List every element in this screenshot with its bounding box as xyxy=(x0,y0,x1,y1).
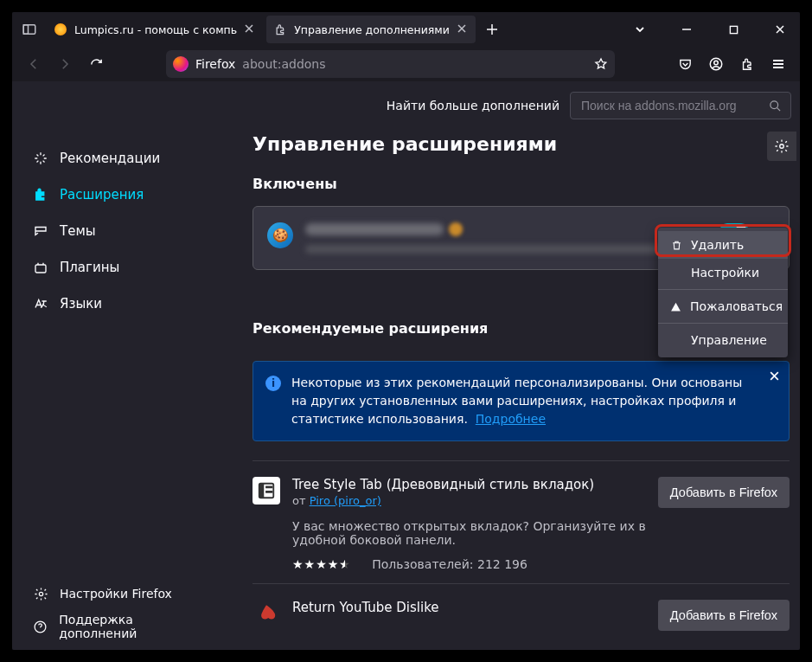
svg-rect-6 xyxy=(35,265,46,273)
tab-strip: Lumpics.ru - помощь с компь Управление д… xyxy=(47,16,505,43)
info-link[interactable]: Подробнее xyxy=(476,412,546,426)
svg-rect-0 xyxy=(23,25,35,35)
sidebar-label: Языки xyxy=(60,296,102,312)
sidebar-label: Рекомендации xyxy=(60,151,160,166)
reload-button[interactable] xyxy=(83,51,109,77)
urlbar-path: about:addons xyxy=(242,57,325,71)
back-button[interactable] xyxy=(21,51,47,77)
recommended-card: Tree Style Tab (Древовидный стиль вкладо… xyxy=(253,460,790,583)
sidebar-label: Настройки Firefox xyxy=(60,587,172,601)
sidebar-item-firefox-settings[interactable]: Настройки Firefox xyxy=(12,577,227,610)
titlebar: Lumpics.ru - помощь с компь Управление д… xyxy=(12,12,800,47)
window-close-icon[interactable] xyxy=(760,12,800,47)
svg-rect-11 xyxy=(259,484,265,498)
sidebar-item-recommendations[interactable]: Рекомендации xyxy=(12,140,227,177)
add-to-firefox-button[interactable]: Добавить в Firefox xyxy=(658,477,790,508)
browser-window: Lumpics.ru - помощь с компь Управление д… xyxy=(12,12,800,650)
puzzle-icon xyxy=(32,187,49,202)
rec-title: Return YouTube Dislike xyxy=(292,600,646,615)
extension-context-menu: Удалить Настройки Пожаловаться xyxy=(658,228,788,357)
ctx-settings[interactable]: Настройки xyxy=(658,259,788,286)
rec-author-link[interactable]: Piro (piro_or) xyxy=(310,494,381,507)
info-icon: i xyxy=(265,376,281,391)
window-minimize-icon[interactable] xyxy=(667,12,707,47)
tab-close-icon[interactable] xyxy=(244,23,256,35)
svg-rect-1 xyxy=(23,25,28,35)
sidebar-label: Плагины xyxy=(60,260,119,275)
sparkle-icon xyxy=(32,151,49,166)
app-menu-icon[interactable] xyxy=(765,51,791,77)
sidebar-label: Темы xyxy=(60,223,96,239)
help-icon xyxy=(32,620,48,634)
plugin-icon xyxy=(32,260,49,275)
extension-icon: 🍪 xyxy=(267,222,293,248)
sidebar: Рекомендации Расширения Темы xyxy=(12,130,227,650)
gear-icon xyxy=(32,587,49,601)
tab-lumpics[interactable]: Lumpics.ru - помощь с компь xyxy=(47,16,263,43)
svg-point-5 xyxy=(770,100,778,108)
tab-addons[interactable]: Управление дополнениями xyxy=(266,16,476,43)
ctx-label: Удалить xyxy=(691,238,744,252)
svg-point-9 xyxy=(780,145,784,149)
svg-rect-13 xyxy=(265,491,272,493)
extension-title xyxy=(305,222,707,236)
sidebar-item-themes[interactable]: Темы xyxy=(12,213,227,249)
extension-description xyxy=(305,245,687,254)
firefox-logo-icon xyxy=(173,56,189,72)
ctx-report[interactable]: Пожаловаться xyxy=(658,292,788,320)
rec-title: Tree Style Tab (Древовидный стиль вкладо… xyxy=(292,477,646,492)
tab-close-icon[interactable] xyxy=(457,23,469,35)
ctx-remove[interactable]: Удалить xyxy=(658,231,788,259)
rec-users: Пользователей: 212 196 xyxy=(372,557,527,571)
sidebar-label: Расширения xyxy=(60,187,144,202)
new-tab-button[interactable] xyxy=(479,23,505,35)
trash-icon xyxy=(670,240,682,251)
rec-author-prefix: от xyxy=(292,494,310,507)
extensions-icon[interactable] xyxy=(734,51,760,77)
addons-search-input[interactable] xyxy=(579,98,762,113)
addons-settings-button[interactable] xyxy=(767,132,796,161)
urlbar-prefix: Firefox xyxy=(195,57,235,71)
recommended-card: Return YouTube Dislike Добавить в Firefo… xyxy=(253,583,790,643)
pocket-icon[interactable] xyxy=(672,51,698,77)
section-enabled-heading: Включены xyxy=(253,176,800,192)
urlbar[interactable]: Firefox about:addons xyxy=(166,50,615,78)
language-icon xyxy=(32,296,49,312)
svg-rect-2 xyxy=(730,26,737,33)
tab-label: Управление дополнениями xyxy=(294,23,450,36)
ctx-label: Пожаловаться xyxy=(690,299,783,313)
ctx-manage[interactable]: Управление xyxy=(658,326,788,354)
rec-stars: ★★★★★★ xyxy=(292,557,351,571)
rec-desc: У вас множество открытых вкладок? Органи… xyxy=(292,519,646,547)
tabs-dropdown-icon[interactable] xyxy=(620,12,660,47)
ctx-label: Настройки xyxy=(691,266,759,280)
search-row: Найти больше дополнений xyxy=(12,81,800,130)
addons-search-box[interactable] xyxy=(570,92,791,119)
window-maximize-icon[interactable] xyxy=(713,12,753,47)
content: Найти больше дополнений Рекомендации xyxy=(12,81,800,650)
rec-icon xyxy=(253,477,280,505)
toolbar: Firefox about:addons xyxy=(12,47,800,81)
forward-button[interactable] xyxy=(52,51,78,77)
warning-icon xyxy=(670,301,681,312)
search-icon[interactable] xyxy=(769,100,782,112)
sidebar-item-plugins[interactable]: Плагины xyxy=(12,249,227,286)
main-panel: Управление расширениями Включены 🍪 xyxy=(227,130,800,650)
info-banner: i Некоторые из этих рекомендаций персона… xyxy=(253,361,790,441)
sidebar-item-addons-support[interactable]: Поддержка дополнений xyxy=(12,610,227,643)
account-icon[interactable] xyxy=(703,51,729,77)
search-label: Найти больше дополнений xyxy=(387,99,559,112)
brush-icon xyxy=(32,223,49,239)
bookmark-star-icon[interactable] xyxy=(594,57,608,71)
favicon-lumpics-icon xyxy=(54,22,67,36)
favicon-addons-icon xyxy=(273,22,287,36)
svg-point-4 xyxy=(714,61,719,65)
rec-icon xyxy=(253,600,280,627)
tab-label: Lumpics.ru - помощь с компь xyxy=(74,23,237,36)
svg-rect-12 xyxy=(265,486,272,489)
add-to-firefox-button[interactable]: Добавить в Firefox xyxy=(658,600,790,631)
sidebar-item-extensions[interactable]: Расширения xyxy=(12,177,227,213)
workspace-icon[interactable] xyxy=(19,19,40,40)
info-close-icon[interactable] xyxy=(769,370,780,382)
sidebar-item-languages[interactable]: Языки xyxy=(12,286,227,322)
